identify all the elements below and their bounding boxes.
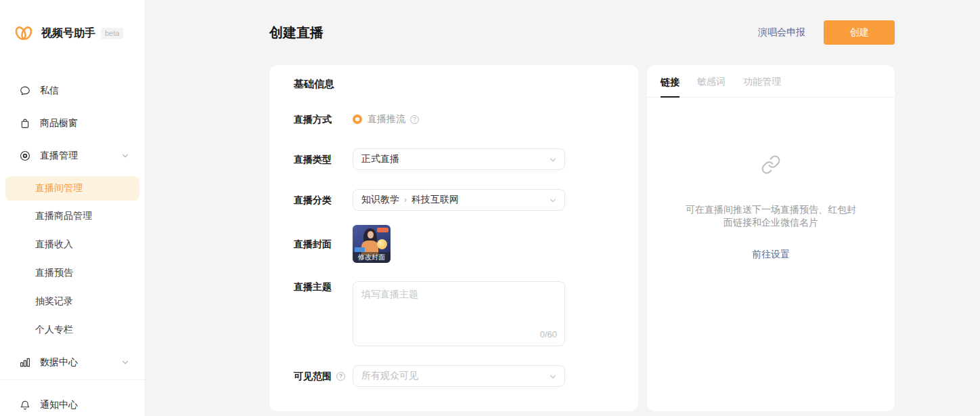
chevron-down-icon: [120, 151, 130, 161]
form-row-live-mode: 直播方式 直播推流: [294, 114, 614, 125]
live-cover-label: 直播封面: [294, 238, 353, 249]
sidebar-item-data-center[interactable]: 数据中心: [0, 346, 145, 379]
live-type-select[interactable]: 正式直播: [353, 148, 565, 170]
live-topic-label: 直播主题: [294, 281, 353, 292]
sidebar-divider: [0, 379, 145, 380]
sidebar: 视频号助手 beta 私信 商品橱窗 直播管理: [0, 0, 146, 416]
form-row-live-topic: 直播主题 0/60: [294, 281, 614, 346]
cover-art: [368, 231, 374, 238]
radio-selected[interactable]: [353, 115, 362, 124]
form-row-live-cover: 直播封面 修改封面: [294, 225, 614, 263]
live-mode-options: 直播推流: [353, 114, 419, 125]
section-title: 基础信息: [294, 79, 614, 89]
topic-input-wrapper: 0/60: [353, 281, 565, 346]
bell-icon: [19, 399, 31, 411]
live-category-label: 直播分类: [294, 194, 353, 205]
sidebar-item-personal-column[interactable]: 个人专栏: [0, 316, 145, 344]
sidebar-item-product-showcase[interactable]: 商品橱窗: [0, 107, 145, 140]
visibility-select[interactable]: 所有观众可见: [353, 365, 565, 387]
cover-art: [355, 247, 365, 252]
chat-icon: [19, 85, 31, 97]
basic-info-card: 基础信息 直播方式 直播推流 直播类型 正式直播: [269, 65, 638, 411]
brand: 视频号助手 beta: [14, 24, 145, 42]
content-row: 基础信息 直播方式 直播推流 直播类型 正式直播: [146, 65, 980, 411]
chevron-down-icon: [120, 358, 130, 367]
panel-tabs: 链接 敏感词 功能管理: [647, 65, 895, 98]
sidebar-item-room-management[interactable]: 直播间管理: [5, 176, 139, 201]
sidebar-item-lottery-records[interactable]: 抽奖记录: [0, 287, 145, 316]
char-counter: 0/60: [540, 329, 557, 339]
topic-input[interactable]: [353, 281, 565, 346]
beta-badge: beta: [101, 28, 123, 39]
chevron-down-icon: [548, 155, 558, 165]
sidebar-item-live-management[interactable]: 直播管理: [0, 140, 145, 172]
change-cover-button[interactable]: 修改封面: [353, 252, 391, 263]
main-area: 创建直播 演唱会申报 创建 基础信息 直播方式 直播推流 直播类型 正式直播: [146, 0, 980, 411]
visibility-value: 所有观众可见: [361, 370, 418, 382]
live-type-value: 正式直播: [361, 153, 399, 165]
sidebar-item-private-message[interactable]: 私信: [0, 75, 145, 107]
visibility-label: 可见范围: [294, 371, 353, 381]
live-type-label: 直播类型: [294, 154, 353, 165]
create-button[interactable]: 创建: [824, 20, 895, 45]
question-icon[interactable]: [336, 372, 345, 381]
sidebar-item-goods-management[interactable]: 直播商品管理: [0, 202, 145, 230]
concert-apply-link[interactable]: 演唱会申报: [758, 26, 805, 39]
cover-thumbnail[interactable]: 修改封面: [353, 225, 391, 263]
visibility-label-text: 可见范围: [294, 371, 332, 381]
form-row-live-category: 直播分类 知识教学 › 科技互联网: [294, 189, 614, 211]
chevron-down-icon: [548, 372, 558, 381]
cover-art: [377, 239, 387, 249]
sidebar-item-label: 直播预告: [35, 267, 73, 279]
form-row-visibility: 可见范围 所有观众可见: [294, 365, 614, 387]
chart-icon: [19, 356, 31, 369]
sidebar-item-label: 直播管理: [40, 150, 78, 162]
tab-links[interactable]: 链接: [661, 77, 680, 98]
tab-feature-management[interactable]: 功能管理: [743, 76, 781, 97]
bag-icon: [19, 117, 31, 129]
sidebar-item-label: 通知中心: [40, 399, 78, 411]
links-panel-card: 链接 敏感词 功能管理 可在直播间推送下一场直播预告、红包封面链接和企业微信名片…: [647, 65, 895, 411]
sidebar-item-label: 私信: [40, 85, 59, 97]
sidebar-item-label: 数据中心: [40, 356, 78, 369]
record-icon: [19, 150, 31, 162]
sidebar-item-live-income[interactable]: 直播收入: [0, 230, 145, 259]
go-to-settings-link[interactable]: 前往设置: [752, 249, 790, 261]
page-header: 创建直播 演唱会申报 创建: [146, 0, 980, 65]
sidebar-item-label: 直播间管理: [35, 182, 83, 194]
form-row-live-type: 直播类型 正式直播: [294, 148, 614, 170]
live-mode-label: 直播方式: [294, 114, 353, 125]
question-icon[interactable]: [410, 115, 419, 124]
cover-art: [377, 228, 388, 232]
page-title: 创建直播: [269, 24, 758, 42]
sidebar-item-live-trailer[interactable]: 直播预告: [0, 259, 145, 287]
link-icon: [761, 154, 781, 175]
sidebar-item-label: 直播商品管理: [35, 210, 92, 222]
panel-description: 可在直播间推送下一场直播预告、红包封面链接和企业微信名片: [684, 203, 858, 229]
chevron-down-icon: [548, 196, 558, 205]
tab-sensitive-words[interactable]: 敏感词: [697, 76, 726, 97]
sidebar-item-label: 抽奖记录: [35, 295, 73, 308]
brand-name: 视频号助手: [41, 26, 95, 41]
category-separator: ›: [404, 195, 407, 205]
radio-option-label: 直播推流: [368, 113, 405, 125]
sidebar-item-label: 商品橱窗: [40, 117, 78, 129]
channels-logo-icon: [14, 24, 34, 42]
sidebar-item-label: 个人专栏: [35, 324, 73, 336]
sidebar-menu: 私信 商品橱窗 直播管理 直播间管理 直播商品管理 直播收入: [0, 75, 145, 416]
category-level1: 知识教学: [361, 194, 399, 206]
live-category-select[interactable]: 知识教学 › 科技互联网: [353, 189, 565, 211]
panel-body: 可在直播间推送下一场直播预告、红包封面链接和企业微信名片 前往设置: [647, 98, 895, 261]
sidebar-item-notification-center[interactable]: 通知中心: [0, 389, 145, 416]
category-level2: 科技互联网: [411, 194, 459, 206]
sidebar-item-label: 直播收入: [35, 238, 73, 251]
